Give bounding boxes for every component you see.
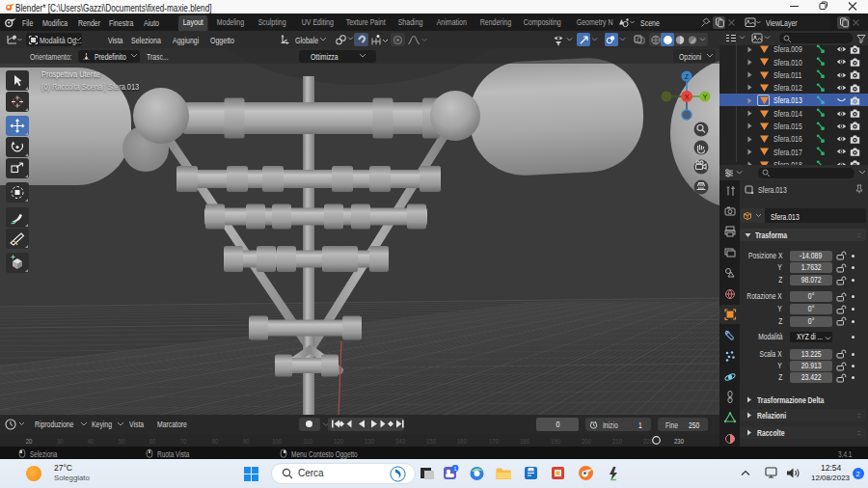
svg-text:Z: Z — [685, 73, 690, 80]
svg-text:X: X — [685, 94, 690, 100]
svg-text:Y: Y — [703, 94, 708, 100]
